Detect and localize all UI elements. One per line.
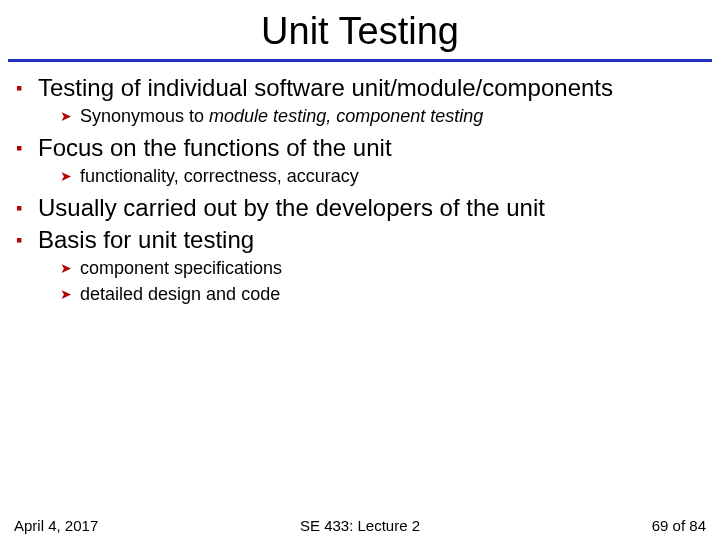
footer-course: SE 433: Lecture 2 bbox=[0, 517, 720, 534]
title-underline bbox=[8, 59, 712, 62]
square-bullet-icon: ▪ bbox=[16, 226, 38, 254]
list-item: ▪ Focus on the functions of the unit bbox=[16, 134, 704, 162]
list-item-text: Focus on the functions of the unit bbox=[38, 134, 392, 162]
content-area: ▪ Testing of individual software unit/mo… bbox=[0, 74, 720, 306]
list-item-text: Testing of individual software unit/modu… bbox=[38, 74, 613, 102]
list-item: ▪ Testing of individual software unit/mo… bbox=[16, 74, 704, 102]
arrow-bullet-icon: ➤ bbox=[60, 104, 80, 128]
sublist: ➤ functionality, correctness, accuracy bbox=[60, 164, 704, 188]
subitem-emph: module testing, component testing bbox=[209, 106, 483, 126]
list-subitem: ➤ detailed design and code bbox=[60, 282, 704, 306]
list-item: ▪ Usually carried out by the developers … bbox=[16, 194, 704, 222]
subitem-plain: Synonymous to bbox=[80, 106, 209, 126]
square-bullet-icon: ▪ bbox=[16, 194, 38, 222]
sublist: ➤ Synonymous to module testing, componen… bbox=[60, 104, 704, 128]
arrow-bullet-icon: ➤ bbox=[60, 256, 80, 280]
list-item-text: Usually carried out by the developers of… bbox=[38, 194, 545, 222]
arrow-bullet-icon: ➤ bbox=[60, 282, 80, 306]
list-subitem: ➤ component specifications bbox=[60, 256, 704, 280]
page-title: Unit Testing bbox=[0, 0, 720, 59]
list-subitem-text: detailed design and code bbox=[80, 282, 280, 306]
arrow-bullet-icon: ➤ bbox=[60, 164, 80, 188]
square-bullet-icon: ▪ bbox=[16, 134, 38, 162]
list-subitem: ➤ functionality, correctness, accuracy bbox=[60, 164, 704, 188]
list-subitem: ➤ Synonymous to module testing, componen… bbox=[60, 104, 704, 128]
list-subitem-text: Synonymous to module testing, component … bbox=[80, 104, 483, 128]
list-item: ▪ Basis for unit testing bbox=[16, 226, 704, 254]
list-subitem-text: component specifications bbox=[80, 256, 282, 280]
sublist: ➤ component specifications ➤ detailed de… bbox=[60, 256, 704, 306]
footer: April 4, 2017 SE 433: Lecture 2 69 of 84 bbox=[0, 517, 720, 534]
slide: Unit Testing ▪ Testing of individual sof… bbox=[0, 0, 720, 540]
list-item-text: Basis for unit testing bbox=[38, 226, 254, 254]
list-subitem-text: functionality, correctness, accuracy bbox=[80, 164, 359, 188]
square-bullet-icon: ▪ bbox=[16, 74, 38, 102]
